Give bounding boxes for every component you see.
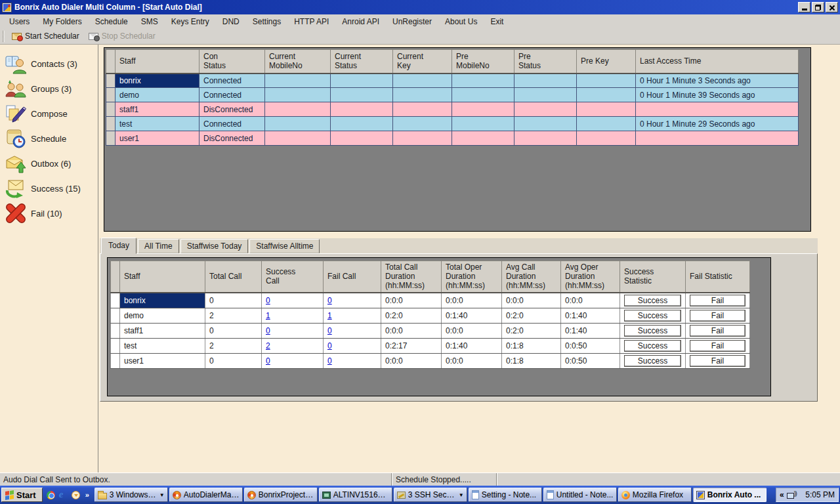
taskbar-task-bonrixproject[interactable]: BonrixProject -...: [244, 488, 318, 502]
stats-cell-total-oper-dur[interactable]: 0:0:0: [442, 323, 502, 338]
fail-statistic-button[interactable]: Fail: [690, 340, 746, 352]
start-button[interactable]: Start: [1, 488, 43, 502]
menu-item-users[interactable]: Users: [3, 15, 36, 28]
staff-cell-current_key[interactable]: [393, 102, 452, 117]
row-selector[interactable]: [111, 323, 120, 338]
staff-cell-current_key[interactable]: [393, 117, 452, 131]
stats-cell-staff[interactable]: test: [120, 338, 205, 353]
staff-cell-current_mobile[interactable]: [265, 74, 331, 88]
success-call-link[interactable]: 0: [266, 356, 270, 366]
sidebar-item-compose[interactable]: Compose: [0, 101, 98, 126]
taskbar-task-untitled-note[interactable]: Untitled - Note...: [543, 488, 617, 502]
network-icon[interactable]: [787, 491, 796, 499]
fail-call-link[interactable]: 1: [327, 311, 332, 320]
menu-item-anroid-api[interactable]: Anroid API: [335, 15, 386, 28]
taskbar-task-3-ssh-secure[interactable]: 3 SSH Secure...▼: [394, 488, 467, 502]
staff-cell-current_key[interactable]: [393, 131, 452, 146]
staff-cell-current_key[interactable]: [393, 88, 452, 102]
row-selector[interactable]: [111, 353, 120, 368]
tray-collapse-chevron[interactable]: «: [780, 490, 784, 499]
stats-cell-total-call-dur[interactable]: 0:2:17: [381, 338, 442, 353]
tab-all-time[interactable]: All Time: [138, 239, 179, 253]
row-selector[interactable]: [111, 293, 120, 308]
row-selector[interactable]: [106, 102, 116, 117]
taskbar-task-3-windows-e[interactable]: 3 Windows E...▼: [94, 488, 168, 502]
staff-cell-pre_mobile[interactable]: [452, 88, 514, 102]
staff-cell-con_status[interactable]: Connected: [200, 117, 265, 131]
staff-cell-last_access[interactable]: 0 Hour 1 Minute 3 Seconds ago: [636, 74, 799, 88]
staff-cell-pre_mobile[interactable]: [452, 74, 514, 88]
menu-item-about-us[interactable]: About Us: [438, 15, 484, 28]
sidebar-item-fail-10[interactable]: Fail (10): [0, 201, 98, 226]
stats-cell-staff[interactable]: user1: [120, 353, 205, 368]
success-statistic-button[interactable]: Success: [624, 340, 681, 352]
sidebar-item-schedule[interactable]: Schedule: [0, 126, 98, 151]
staff-cell-current_key[interactable]: [393, 74, 452, 88]
staff-cell-last_access[interactable]: 0 Hour 1 Minute 29 Seconds ago: [636, 117, 799, 131]
success-statistic-button[interactable]: Success: [624, 325, 681, 337]
taskbar-task-altinv1516[interactable]: ALTINV1516@...: [319, 488, 392, 502]
stats-cell-avg-call-dur[interactable]: 0:2:0: [502, 308, 561, 323]
sidebar-item-success-15[interactable]: Success (15): [0, 176, 98, 201]
stats-cell-total-call-dur[interactable]: 0:0:0: [381, 323, 442, 338]
staff-cell-last_access[interactable]: [636, 131, 799, 146]
staff-cell-pre_key[interactable]: [577, 74, 636, 88]
stats-cell-avg-oper-dur[interactable]: 0:0:50: [561, 338, 620, 353]
quick-launch-overflow-chevron[interactable]: »: [84, 491, 91, 499]
staff-cell-pre_mobile[interactable]: [452, 131, 514, 146]
staff-cell-con_status[interactable]: Connected: [200, 88, 265, 102]
stats-cell-avg-call-dur[interactable]: 0:1:8: [502, 338, 561, 353]
stats-cell-total-call[interactable]: 0: [205, 353, 262, 368]
stats-cell-total-oper-dur[interactable]: 0:1:40: [442, 308, 502, 323]
stats-cell-avg-call-dur[interactable]: 0:1:8: [502, 353, 561, 368]
task-dropdown-arrow[interactable]: ▼: [459, 492, 464, 498]
staff-cell-last_access[interactable]: 0 Hour 1 Minute 39 Seconds ago: [636, 88, 799, 102]
menu-item-settings[interactable]: Settings: [246, 15, 287, 28]
stats-cell-total-oper-dur[interactable]: 0:0:0: [442, 353, 502, 368]
staff-cell-current_status[interactable]: [331, 88, 393, 102]
ie-icon[interactable]: [59, 490, 68, 499]
staff-cell-current_status[interactable]: [331, 102, 393, 117]
staff-cell-pre_status[interactable]: [514, 117, 577, 131]
tab-today[interactable]: Today: [101, 238, 136, 254]
task-dropdown-arrow[interactable]: ▼: [159, 492, 165, 498]
stats-cell-total-call-dur[interactable]: 0:0:0: [381, 353, 442, 368]
stats-cell-avg-call-dur[interactable]: 0:0:0: [502, 293, 561, 308]
row-selector[interactable]: [106, 131, 116, 146]
staff-cell-pre_key[interactable]: [577, 117, 636, 131]
staff-cell-current_status[interactable]: [331, 117, 393, 131]
stats-cell-avg-call-dur[interactable]: 0:2:0: [502, 323, 561, 338]
success-call-link[interactable]: 0: [266, 326, 270, 335]
staff-cell-staff[interactable]: staff1: [116, 102, 200, 117]
taskbar-task-autodialerman[interactable]: AutoDialerMan...: [169, 488, 243, 502]
staff-cell-current_status[interactable]: [331, 74, 393, 88]
staff-cell-pre_mobile[interactable]: [452, 117, 514, 131]
staff-cell-pre_key[interactable]: [577, 131, 636, 146]
success-call-link[interactable]: 1: [266, 311, 270, 320]
stats-cell-total-call-dur[interactable]: 0:2:0: [381, 308, 442, 323]
staff-cell-con_status[interactable]: DisConnected: [200, 131, 265, 146]
staff-cell-staff[interactable]: user1: [116, 131, 200, 146]
stats-cell-staff[interactable]: staff1: [120, 323, 205, 338]
taskbar-task-bonrix-auto[interactable]: Bonrix Auto ...: [693, 488, 766, 502]
row-selector[interactable]: [106, 88, 116, 102]
staff-cell-current_status[interactable]: [331, 131, 393, 146]
fail-statistic-button[interactable]: Fail: [690, 310, 746, 322]
staff-cell-con_status[interactable]: Connected: [200, 74, 265, 88]
menu-item-keys-entry[interactable]: Keys Entry: [165, 15, 216, 28]
menu-item-dnd[interactable]: DND: [216, 15, 246, 28]
success-call-link[interactable]: 2: [266, 341, 270, 350]
menu-item-http-api[interactable]: HTTP API: [287, 15, 335, 28]
fail-statistic-button[interactable]: Fail: [690, 325, 746, 337]
stats-cell-avg-oper-dur[interactable]: 0:0:0: [561, 293, 620, 308]
sidebar-item-outbox-6[interactable]: Outbox (6): [0, 151, 98, 176]
stats-cell-avg-oper-dur[interactable]: 0:1:40: [561, 323, 620, 338]
sidebar-item-groups-3[interactable]: Groups (3): [0, 76, 98, 101]
staff-cell-pre_key[interactable]: [577, 102, 636, 117]
staff-cell-staff[interactable]: test: [116, 117, 200, 131]
fail-call-link[interactable]: 0: [327, 296, 332, 305]
stats-cell-staff[interactable]: bonrix: [120, 293, 205, 308]
stats-cell-total-oper-dur[interactable]: 0:1:40: [442, 338, 502, 353]
sidebar-item-contacts-3[interactable]: Contacts (3): [0, 51, 98, 76]
row-selector[interactable]: [111, 308, 120, 323]
